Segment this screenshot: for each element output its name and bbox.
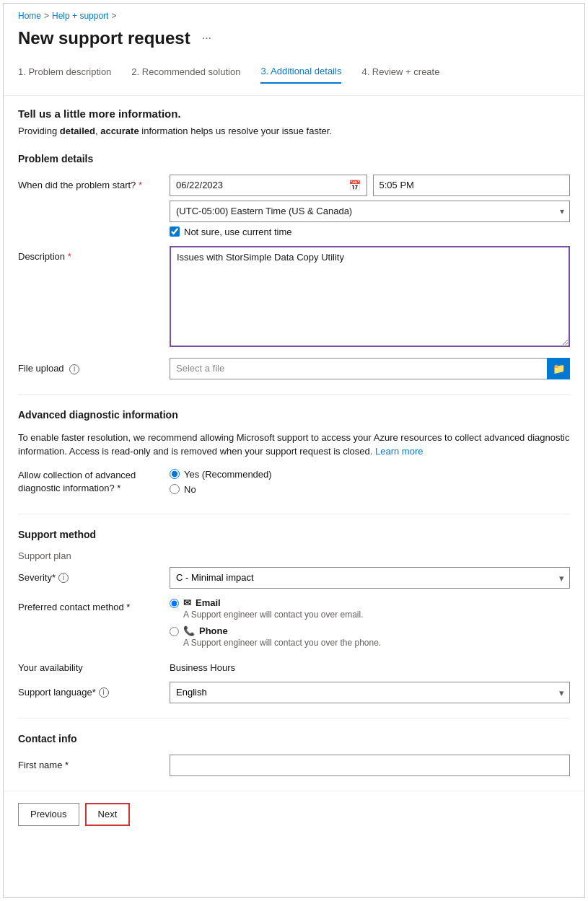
radio-no[interactable] bbox=[170, 484, 180, 494]
advanced-diagnostic-header: Advanced diagnostic information bbox=[18, 409, 570, 421]
allow-required: * bbox=[117, 483, 120, 493]
contact-method-row: Preferred contact method * ✉ Email A Sup… bbox=[18, 597, 570, 654]
description-label: Description * bbox=[18, 246, 162, 263]
phone-title: 📞 Phone bbox=[183, 625, 381, 636]
step-3[interactable]: 3. Additional details bbox=[260, 60, 341, 84]
language-select[interactable]: English bbox=[170, 682, 570, 703]
contact-required: * bbox=[126, 602, 130, 612]
availability-row: Your availability Business Hours bbox=[18, 662, 570, 673]
first-name-label: First name * bbox=[18, 760, 162, 770]
page-title-row: New support request ··· bbox=[4, 25, 584, 60]
when-controls: 06/22/2023 📅 5:05 PM (UTC-05:00) Eastern… bbox=[170, 175, 570, 237]
support-language-row: Support language * i English ▾ bbox=[18, 682, 570, 703]
first-name-row: First name * bbox=[18, 755, 570, 776]
availability-value: Business Hours bbox=[170, 662, 235, 673]
date-input[interactable]: 06/22/2023 📅 bbox=[170, 175, 367, 196]
first-name-input[interactable] bbox=[170, 755, 570, 776]
footer-buttons: Previous Next bbox=[4, 791, 584, 838]
timezone-wrapper: (UTC-05:00) Eastern Time (US & Canada) ▾ bbox=[170, 201, 570, 222]
severity-select[interactable]: C - Minimal impact bbox=[170, 567, 570, 589]
file-upload-label: File upload i bbox=[18, 358, 162, 375]
step-4[interactable]: 4. Review + create bbox=[361, 61, 439, 83]
language-label: Support language * i bbox=[18, 687, 162, 698]
page-title: New support request bbox=[18, 28, 190, 48]
timezone-select[interactable]: (UTC-05:00) Eastern Time (US & Canada) bbox=[170, 201, 570, 222]
breadcrumb: Home > Help + support > bbox=[4, 4, 584, 25]
not-sure-row: Not sure, use current time bbox=[170, 227, 570, 237]
description-row: Description * Issues with StorSimple Dat… bbox=[18, 246, 570, 349]
support-plan-label: Support plan bbox=[18, 550, 570, 561]
time-input[interactable]: 5:05 PM bbox=[373, 175, 571, 196]
email-option: ✉ Email A Support engineer will contact … bbox=[170, 597, 570, 620]
email-desc: A Support engineer will contact you over… bbox=[183, 610, 363, 620]
phone-icon: 📞 bbox=[183, 625, 195, 636]
radio-no-option: No bbox=[170, 484, 570, 495]
severity-info-icon[interactable]: i bbox=[58, 573, 69, 583]
folder-icon: 📁 bbox=[553, 363, 565, 374]
language-info-icon[interactable]: i bbox=[99, 687, 109, 698]
previous-button[interactable]: Previous bbox=[18, 803, 79, 826]
severity-required: * bbox=[52, 572, 56, 583]
file-browse-button[interactable]: 📁 bbox=[547, 358, 570, 379]
learn-more-link[interactable]: Learn more bbox=[375, 446, 423, 457]
severity-label: Severity * i bbox=[18, 572, 162, 583]
ellipsis-button[interactable]: ··· bbox=[198, 30, 216, 46]
step-2[interactable]: 2. Recommended solution bbox=[131, 61, 240, 83]
radio-yes-label: Yes (Recommended) bbox=[184, 469, 272, 480]
not-sure-checkbox[interactable] bbox=[170, 227, 180, 237]
phone-radio[interactable] bbox=[170, 627, 179, 636]
file-input-box[interactable]: Select a file bbox=[170, 358, 547, 379]
radio-yes[interactable] bbox=[170, 469, 180, 479]
allow-collection-label: Allow collection of advanced diagnostic … bbox=[18, 469, 162, 495]
description-controls: Issues with StorSimple Data Copy Utility bbox=[170, 246, 570, 349]
problem-details-header: Problem details bbox=[18, 153, 570, 164]
advanced-diagnostic-desc: To enable faster resolution, we recommen… bbox=[18, 431, 570, 459]
phone-desc: A Support engineer will contact you over… bbox=[183, 638, 381, 648]
file-upload-controls: Select a file 📁 bbox=[170, 358, 570, 379]
language-required: * bbox=[92, 687, 96, 698]
breadcrumb-help[interactable]: Help + support bbox=[52, 11, 108, 21]
contact-info-section: Contact info First name * bbox=[18, 733, 570, 776]
desc-required: * bbox=[68, 251, 71, 262]
required-indicator: * bbox=[139, 180, 142, 190]
not-sure-label: Not sure, use current time bbox=[184, 227, 292, 237]
intro-desc: Providing detailed, accurate information… bbox=[18, 124, 570, 139]
breadcrumb-sep2: > bbox=[111, 11, 116, 21]
wizard-steps: 1. Problem description 2. Recommended so… bbox=[4, 60, 584, 96]
description-textarea[interactable]: Issues with StorSimple Data Copy Utility bbox=[170, 246, 570, 347]
breadcrumb-home[interactable]: Home bbox=[18, 11, 41, 21]
bold-accurate: accurate bbox=[100, 126, 139, 136]
first-name-required: * bbox=[65, 760, 69, 770]
file-upload-info-icon[interactable]: i bbox=[69, 364, 79, 374]
step-1[interactable]: 1. Problem description bbox=[18, 61, 111, 83]
availability-label: Your availability bbox=[18, 662, 162, 673]
severity-row: Severity * i C - Minimal impact ▾ bbox=[18, 567, 570, 589]
support-method-header: Support method bbox=[18, 529, 570, 540]
calendar-icon: 📅 bbox=[348, 180, 361, 191]
allow-collection-controls: Yes (Recommended) No bbox=[170, 469, 570, 499]
email-icon: ✉ bbox=[183, 597, 191, 608]
file-upload-row: File upload i Select a file 📁 bbox=[18, 358, 570, 379]
contact-method-label: Preferred contact method * bbox=[18, 597, 162, 612]
phone-option: 📞 Phone A Support engineer will contact … bbox=[170, 625, 570, 648]
radio-no-label: No bbox=[184, 484, 196, 495]
intro-title: Tell us a little more information. bbox=[18, 107, 570, 120]
when-problem-row: When did the problem start? * 06/22/2023… bbox=[18, 175, 570, 237]
radio-yes-option: Yes (Recommended) bbox=[170, 469, 570, 480]
email-radio[interactable] bbox=[170, 599, 179, 608]
contact-info-header: Contact info bbox=[18, 733, 570, 744]
email-title: ✉ Email bbox=[183, 597, 363, 608]
allow-collection-row: Allow collection of advanced diagnostic … bbox=[18, 469, 570, 499]
breadcrumb-sep1: > bbox=[44, 11, 49, 21]
when-label: When did the problem start? * bbox=[18, 175, 162, 192]
bold-detailed: detailed bbox=[60, 126, 95, 136]
contact-method-controls: ✉ Email A Support engineer will contact … bbox=[170, 597, 570, 654]
next-button[interactable]: Next bbox=[85, 803, 131, 826]
